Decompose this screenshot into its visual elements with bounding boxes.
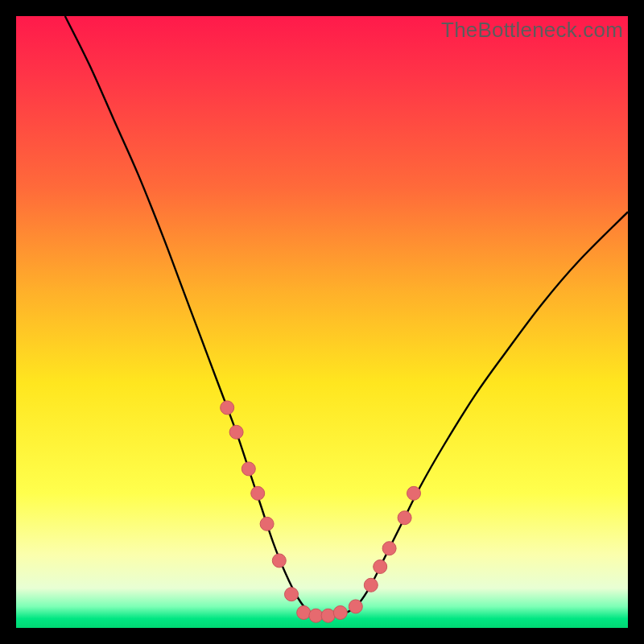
marker-dot: [285, 588, 299, 601]
marker-dot: [242, 462, 255, 476]
marker-dot: [364, 578, 378, 592]
marker-dot: [251, 486, 265, 500]
marker-dot: [374, 560, 387, 574]
marker-dot: [272, 554, 286, 568]
marker-dot: [309, 609, 323, 622]
marker-dot: [407, 486, 421, 500]
marker-dot: [297, 606, 311, 620]
marker-dot: [349, 600, 362, 613]
marker-dot: [398, 511, 411, 525]
marker-dot: [221, 401, 234, 415]
marker-dot: [229, 425, 243, 439]
marker-dot: [260, 517, 274, 530]
marker-dot: [321, 609, 335, 622]
bottleneck-plot: [16, 16, 628, 628]
chart-frame: TheBottleneck.com: [16, 16, 628, 628]
watermark-text: TheBottleneck.com: [441, 18, 623, 43]
marker-dot: [382, 542, 396, 555]
marker-dot: [333, 606, 347, 620]
